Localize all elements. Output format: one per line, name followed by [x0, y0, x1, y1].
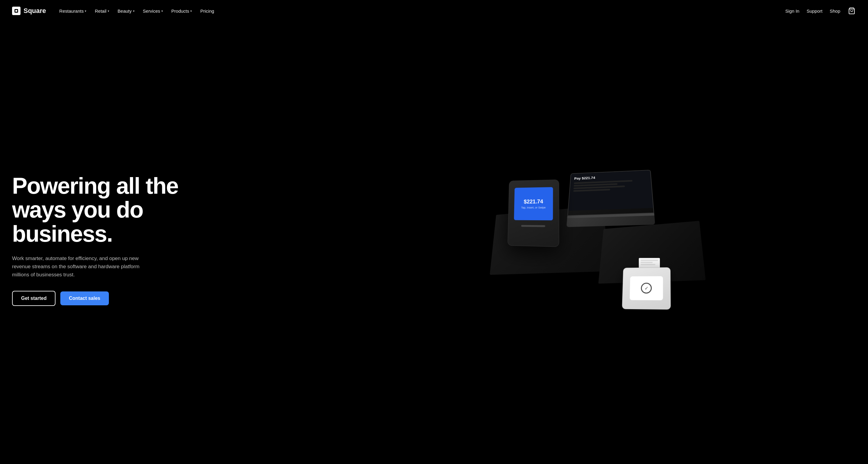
- terminal-screen: $221.74 Tap, Insert, or Swipe: [514, 187, 553, 220]
- hero-buttons: Get started Contact sales: [12, 291, 181, 306]
- get-started-button[interactable]: Get started: [12, 291, 56, 306]
- device-register-display: Pay $221.74: [566, 170, 655, 228]
- hero-title: Powering all the ways you do business.: [12, 174, 181, 246]
- contact-sales-button[interactable]: Contact sales: [60, 291, 108, 305]
- logo-icon: [12, 7, 21, 15]
- cart-icon[interactable]: [847, 7, 856, 15]
- register-line: [573, 189, 610, 192]
- nav-item-services[interactable]: Services ▾: [140, 6, 167, 16]
- reader-circle: ✓: [641, 283, 651, 293]
- hero-visual: Pay $221.74 $221.74 Tap,: [304, 22, 868, 464]
- register-screen-content: Pay $221.74: [568, 171, 653, 211]
- logo-link[interactable]: Square: [12, 7, 46, 15]
- devices-scene: Pay $221.74 $221.74 Tap,: [465, 152, 707, 333]
- chevron-down-icon: ▾: [108, 9, 109, 13]
- nav-item-pricing[interactable]: Pricing: [197, 6, 218, 16]
- register-lines: [573, 180, 648, 192]
- nav-item-restaurants[interactable]: Restaurants ▾: [56, 6, 90, 16]
- nav-links: Restaurants ▾ Retail ▾ Beauty ▾ Services: [56, 6, 218, 16]
- nav-right: Sign In Support Shop: [785, 7, 856, 15]
- terminal-reader-slot: [521, 225, 545, 227]
- receipt-line: [641, 262, 653, 263]
- hero-description: Work smarter, automate for efficiency, a…: [12, 254, 145, 279]
- nav-left: Square Restaurants ▾ Retail ▾ Beauty ▾: [12, 6, 218, 16]
- sign-in-link[interactable]: Sign In: [785, 8, 800, 13]
- register-amount: Pay $221.74: [574, 174, 647, 180]
- shop-link[interactable]: Shop: [830, 8, 840, 13]
- hero-content: Powering all the ways you do business. W…: [12, 174, 181, 306]
- device-terminal: $221.74 Tap, Insert, or Swipe: [507, 180, 559, 247]
- reader-screen: ✓: [629, 276, 663, 300]
- receipt-lines: [639, 258, 660, 267]
- hero-section: Powering all the ways you do business. W…: [0, 22, 868, 464]
- register-screen: Pay $221.74: [567, 170, 654, 216]
- nav-item-retail[interactable]: Retail ▾: [91, 6, 113, 16]
- svg-rect-1: [16, 10, 17, 12]
- terminal-prompt: Tap, Insert, or Swipe: [521, 206, 546, 209]
- brand-name: Square: [24, 7, 46, 15]
- receipt-line: [641, 260, 658, 261]
- nav-item-products[interactable]: Products ▾: [168, 6, 195, 16]
- chevron-down-icon: ▾: [85, 9, 86, 13]
- navbar: Square Restaurants ▾ Retail ▾ Beauty ▾: [0, 0, 868, 22]
- register-line: [574, 180, 632, 184]
- terminal-amount: $221.74: [524, 198, 543, 205]
- device-reader: ✓: [622, 267, 671, 310]
- chevron-down-icon: ▾: [190, 9, 192, 13]
- chevron-down-icon: ▾: [161, 9, 163, 13]
- support-link[interactable]: Support: [806, 8, 823, 13]
- receipt-line: [641, 264, 655, 265]
- nav-item-beauty[interactable]: Beauty ▾: [114, 6, 138, 16]
- chevron-down-icon: ▾: [133, 9, 134, 13]
- reader-check-icon: ✓: [644, 285, 648, 291]
